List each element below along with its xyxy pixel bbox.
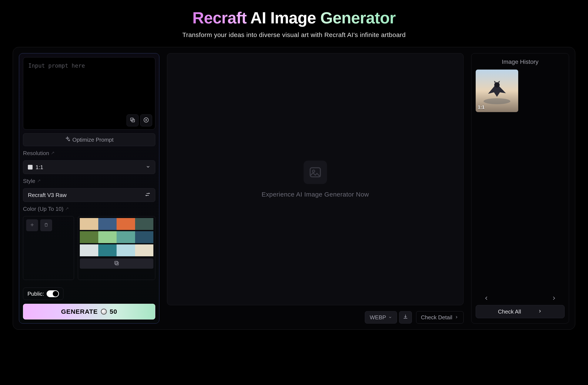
palette-swatch bbox=[135, 218, 154, 230]
palette-row[interactable] bbox=[80, 231, 153, 243]
optimize-prompt-button[interactable]: Optimize Prompt bbox=[23, 133, 155, 146]
hero: Recraft AI Image Generator Transform you… bbox=[13, 8, 575, 39]
canvas-footer: WEBP Check Detail bbox=[167, 311, 463, 324]
page-subtitle: Transform your ideas into diverse visual… bbox=[13, 31, 575, 39]
plus-icon bbox=[30, 222, 35, 228]
palette-swatch bbox=[135, 231, 154, 243]
trash-icon bbox=[44, 223, 48, 228]
color-label: Color (Up To 10) bbox=[23, 206, 155, 212]
check-detail-label: Check Detail bbox=[421, 314, 452, 321]
palette-swatch bbox=[98, 231, 117, 243]
public-label: Public: bbox=[27, 291, 44, 297]
canvas-panel: Experience AI Image Generator Now WEBP bbox=[167, 53, 463, 324]
color-picker bbox=[23, 216, 74, 280]
generate-cost: 50 bbox=[110, 308, 117, 315]
public-toggle-group: Public: bbox=[23, 288, 63, 300]
download-icon bbox=[403, 314, 408, 321]
check-all-label: Check All bbox=[498, 308, 521, 315]
close-icon bbox=[143, 117, 149, 124]
color-section bbox=[23, 216, 155, 280]
download-button[interactable] bbox=[399, 311, 412, 324]
delete-color-button[interactable] bbox=[40, 219, 52, 231]
copy-icon bbox=[129, 117, 136, 124]
palette-presets bbox=[78, 216, 155, 280]
copy-button[interactable] bbox=[126, 114, 139, 126]
canvas: Experience AI Image Generator Now bbox=[167, 53, 463, 305]
palette-swatch bbox=[117, 244, 135, 256]
palette-swatch bbox=[98, 244, 117, 256]
sparkle-icon bbox=[65, 136, 70, 143]
check-detail-button[interactable]: Check Detail bbox=[416, 311, 463, 324]
palette-swatch bbox=[117, 218, 135, 230]
palette-row[interactable] bbox=[80, 218, 153, 230]
prompt-input[interactable] bbox=[28, 62, 150, 112]
format-select[interactable]: WEBP bbox=[365, 311, 397, 324]
svg-point-9 bbox=[494, 82, 500, 87]
history-list: 1:1 bbox=[476, 70, 565, 290]
public-toggle[interactable] bbox=[47, 290, 59, 297]
canvas-empty-text: Experience AI Image Generator Now bbox=[261, 191, 369, 198]
palette-swatch bbox=[117, 231, 135, 243]
svg-point-7 bbox=[313, 170, 315, 172]
style-select[interactable]: Recraft V3 Raw bbox=[23, 188, 155, 202]
style-label: Style bbox=[23, 178, 155, 184]
palette-row[interactable] bbox=[80, 244, 153, 256]
chevron-right-icon bbox=[538, 308, 542, 315]
chevron-down-icon bbox=[146, 164, 150, 171]
link-arrow-icon bbox=[51, 150, 55, 157]
chevron-right-icon bbox=[551, 295, 557, 302]
check-all-button[interactable]: Check All bbox=[476, 305, 565, 318]
thumbnail-art bbox=[482, 76, 512, 106]
resolution-value: 1:1 bbox=[36, 164, 43, 171]
history-next-button[interactable] bbox=[550, 294, 558, 303]
generate-label: GENERATE bbox=[61, 308, 98, 315]
format-value: WEBP bbox=[370, 314, 386, 321]
resolution-label: Resolution bbox=[23, 150, 155, 157]
prompt-box bbox=[23, 57, 155, 130]
add-color-button[interactable] bbox=[26, 219, 38, 231]
palette-swatch bbox=[80, 218, 98, 230]
clear-button[interactable] bbox=[140, 114, 152, 126]
palette-swatch bbox=[80, 231, 98, 243]
swap-icon bbox=[145, 192, 150, 199]
chevron-left-icon bbox=[483, 295, 489, 302]
coin-icon bbox=[101, 309, 107, 315]
history-nav bbox=[476, 290, 565, 305]
workspace: Optimize Prompt Resolution 1:1 Style bbox=[13, 47, 575, 330]
link-arrow-icon bbox=[65, 206, 69, 212]
chevron-right-icon bbox=[454, 314, 459, 321]
resolution-select[interactable]: 1:1 bbox=[23, 160, 155, 174]
optimize-label: Optimize Prompt bbox=[72, 137, 114, 143]
history-title: Image History bbox=[476, 59, 565, 65]
link-arrow-icon bbox=[37, 178, 41, 184]
chevron-down-icon bbox=[388, 314, 392, 321]
settings-panel: Optimize Prompt Resolution 1:1 Style bbox=[19, 53, 159, 324]
dice-icon bbox=[114, 261, 119, 266]
history-prev-button[interactable] bbox=[482, 294, 491, 303]
history-panel: Image History 1:1 bbox=[471, 53, 569, 324]
random-palette-button[interactable] bbox=[80, 259, 153, 269]
svg-point-5 bbox=[117, 263, 117, 264]
palette-swatch bbox=[98, 218, 117, 230]
palette-swatch bbox=[135, 244, 154, 256]
svg-point-8 bbox=[483, 98, 510, 104]
page-title: Recraft AI Image Generator bbox=[13, 8, 575, 27]
image-placeholder-icon bbox=[304, 161, 327, 184]
square-ratio-icon bbox=[28, 165, 33, 169]
history-thumbnail[interactable]: 1:1 bbox=[476, 70, 518, 112]
thumbnail-ratio-badge: 1:1 bbox=[478, 104, 485, 110]
style-value: Recraft V3 Raw bbox=[28, 192, 67, 199]
palette-swatch bbox=[80, 244, 98, 256]
generate-button[interactable]: GENERATE 50 bbox=[23, 304, 155, 320]
